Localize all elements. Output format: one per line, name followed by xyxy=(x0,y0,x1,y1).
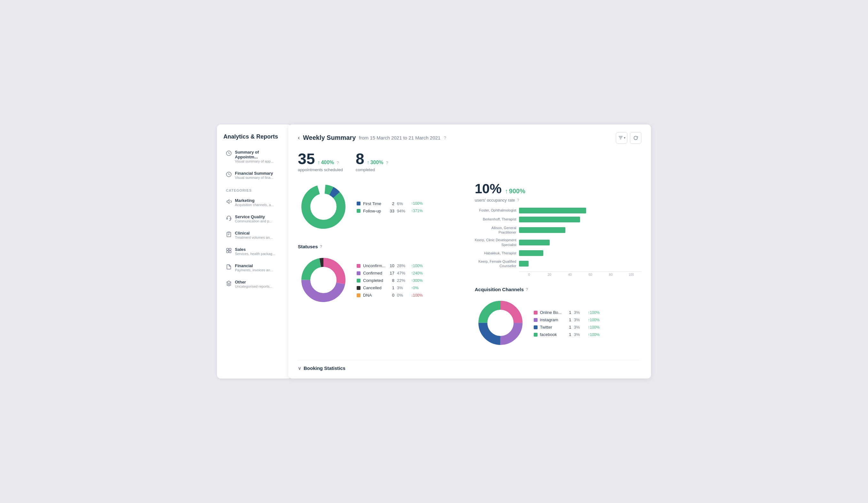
sidebar-item-marketing[interactable]: Marketing Acquisition channels, a... xyxy=(224,195,285,210)
facebook-count: 1 xyxy=(565,332,571,337)
online-change: ↑100% xyxy=(588,310,600,315)
status-unconfirmed: Unconfirm... 10 28% ↑100% xyxy=(356,263,423,268)
svg-point-21 xyxy=(488,310,513,336)
statuses-title: Statuses ? xyxy=(298,244,465,249)
bar-fill-3 xyxy=(519,240,550,245)
item-subtitle: Visual summary of app... xyxy=(235,159,282,163)
app-wrapper: Analytics & Reports Summary of Appointm.… xyxy=(217,124,651,379)
layers-icon xyxy=(226,280,232,286)
service-sub: Communication and p... xyxy=(235,219,272,223)
statuses-legend: Unconfirm... 10 28% ↑100% Confirmed 17 4… xyxy=(356,263,423,298)
bar-track-1 xyxy=(519,217,642,222)
confirmed-pct: 47% xyxy=(397,271,409,275)
other-sub: Uncategorised reports... xyxy=(235,284,272,288)
sidebar-item-text: Summary of Appointm... Visual summary of… xyxy=(235,150,282,163)
statuses-help[interactable]: ? xyxy=(320,244,322,249)
bar-fill-5 xyxy=(519,261,529,266)
first-time-change: ↑100% xyxy=(411,201,423,206)
sidebar-item-other[interactable]: Other Uncategorised reports... xyxy=(224,276,285,292)
instagram-dot xyxy=(534,318,538,322)
completed-main: 8 ↑ 300% ? xyxy=(356,151,388,167)
bar-row-5: Keerp, Female QualifiedCounsellor xyxy=(475,259,642,269)
acquisition-help[interactable]: ? xyxy=(526,287,528,292)
dna-change: ↓100% xyxy=(411,293,423,298)
header-help-icon[interactable]: ? xyxy=(444,135,446,140)
clipboard-icon xyxy=(226,231,232,237)
date-range: from 15 March 2021 to 21 March 2021 xyxy=(359,135,441,140)
completed-pct: 300% xyxy=(370,160,383,165)
completed-change: ↑300% xyxy=(411,278,423,283)
twitter-label: Twitter xyxy=(540,325,562,330)
bar-row-3: Keerp, Clinic DevelopmentSpecialist xyxy=(475,238,642,247)
financial-title: Financial xyxy=(235,263,273,268)
status-cancelled: Cancelled 1 3% ↑0% xyxy=(356,285,423,290)
sidebar-item-text-clinical: Clinical Treatment volumes an... xyxy=(235,231,272,239)
sidebar-item-service-quality[interactable]: Service Quality Communication and p... xyxy=(224,211,285,226)
refresh-button[interactable] xyxy=(630,132,641,144)
occupancy-help[interactable]: ? xyxy=(517,198,519,202)
unconfirmed-change: ↑100% xyxy=(411,264,423,268)
header-actions: ▾ xyxy=(616,132,641,144)
clinical-sub: Treatment volumes an... xyxy=(235,235,272,239)
bar-row-2: Allison, GeneralPractitioner xyxy=(475,225,642,235)
bar-axis-line xyxy=(519,271,642,272)
back-button[interactable]: ‹ xyxy=(298,134,300,141)
sidebar-item-clinical[interactable]: Clinical Treatment volumes an... xyxy=(224,228,285,243)
acquisition-section: Acquisition Channels ? xyxy=(475,287,642,350)
twitter-count: 1 xyxy=(565,325,571,330)
sidebar-item-sales[interactable]: Sales Services, health packag... xyxy=(224,244,285,259)
acquisition-content: Online Bo... 1 3% ↑100% instagram 1 3% ↑… xyxy=(475,297,642,350)
booking-stats-row[interactable]: ∨ Booking Statistics xyxy=(298,360,641,371)
bar-label-4: Habakkuk, Therapist xyxy=(475,251,516,255)
appointments-arrow: ↑ xyxy=(317,160,320,165)
completed-stat: 8 ↑ 300% ? completed xyxy=(356,151,388,172)
occupancy-badge: ↑ 900% xyxy=(505,188,525,195)
appointments-donut-wrap xyxy=(298,181,349,234)
svg-point-16 xyxy=(311,267,336,293)
right-column: 10% ↑ 900% users' occupancy rate ? Foste… xyxy=(475,181,642,350)
sidebar: Analytics & Reports Summary of Appointm.… xyxy=(217,124,291,379)
bar-chart: Foster, OphthalmologistBerkenhoff, Thera… xyxy=(475,208,642,277)
sidebar-item-text-sales: Sales Services, health packag... xyxy=(235,247,275,256)
bar-fill-1 xyxy=(519,217,580,222)
twitter-pct: 3% xyxy=(574,325,586,330)
sidebar-item-financial[interactable]: Financial Payments, invoices an... xyxy=(224,260,285,275)
instagram-change: ↑100% xyxy=(588,318,600,322)
confirmed-label: Confirmed xyxy=(363,271,385,275)
sidebar-item-summary-appointments[interactable]: Summary of Appointm... Visual summary of… xyxy=(224,147,285,167)
svg-rect-6 xyxy=(229,248,231,250)
completed-badge: ↑ 300% xyxy=(367,160,383,165)
cancelled-pct: 3% xyxy=(397,285,409,290)
occupancy-label: users' occupancy rate xyxy=(475,198,515,202)
svg-rect-8 xyxy=(229,251,231,253)
instagram-pct: 3% xyxy=(574,318,586,322)
occupancy-number: 10% xyxy=(475,181,502,197)
sidebar-item-financial-summary[interactable]: Financial Summary Visual summary of fina… xyxy=(224,168,285,183)
marketing-sub: Acquisition channels, a... xyxy=(235,203,274,207)
statuses-section: Statuses ? xyxy=(298,244,465,307)
bar-track-0 xyxy=(519,208,642,213)
status-completed: Completed 8 22% ↑300% xyxy=(356,278,423,283)
filter-button[interactable]: ▾ xyxy=(616,132,627,144)
completed-help[interactable]: ? xyxy=(386,160,388,165)
statuses-donut xyxy=(298,254,349,305)
cancelled-dot xyxy=(356,286,361,290)
item-title-2: Financial Summary xyxy=(235,171,273,176)
file-icon xyxy=(226,264,232,270)
sidebar-item-text-2: Financial Summary Visual summary of fina… xyxy=(235,171,273,180)
bar-label-2: Allison, GeneralPractitioner xyxy=(475,225,516,235)
follow-up-count: 33 xyxy=(388,209,394,213)
item-title: Summary of Appointm... xyxy=(235,150,282,159)
appointments-help[interactable]: ? xyxy=(337,160,339,165)
statuses-content: Unconfirm... 10 28% ↑100% Confirmed 17 4… xyxy=(298,254,465,307)
dna-label: DNA xyxy=(363,293,385,298)
acquisition-legend: Online Bo... 1 3% ↑100% instagram 1 3% ↑… xyxy=(534,310,600,337)
online-count: 1 xyxy=(565,310,571,315)
svg-rect-3 xyxy=(230,218,231,219)
panel-header: ‹ Weekly Summary from 15 March 2021 to 2… xyxy=(298,132,641,144)
bar-rows: Foster, OphthalmologistBerkenhoff, Thera… xyxy=(475,208,642,269)
occ-arrow: ↑ xyxy=(505,188,508,195)
bar-label-5: Keerp, Female QualifiedCounsellor xyxy=(475,259,516,269)
sidebar-item-text-financial: Financial Payments, invoices an... xyxy=(235,263,273,272)
clinical-title: Clinical xyxy=(235,231,272,235)
